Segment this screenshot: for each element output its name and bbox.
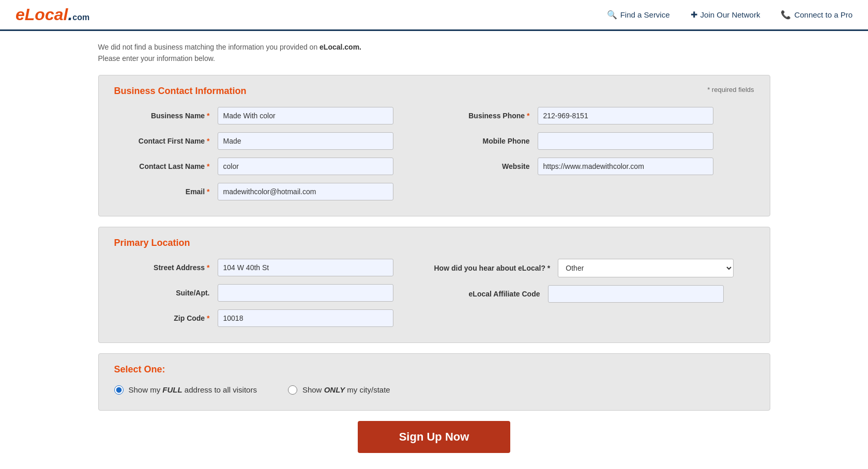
suite-row: Suite/Apt. (114, 284, 434, 302)
location-form-right: How did you hear about eLocal? * Other S… (434, 259, 754, 327)
contact-last-label: Contact Last Name * (114, 162, 218, 170)
nav-find-service-label: Find a Service (620, 10, 670, 19)
street-address-input[interactable] (218, 259, 393, 276)
contact-first-input[interactable] (218, 132, 393, 150)
phone-icon: 📞 (781, 10, 791, 20)
radio-city-state[interactable]: Show ONLY my city/state (288, 385, 390, 395)
business-name-input[interactable] (218, 107, 393, 124)
required-note: * required fields (707, 86, 754, 93)
business-section-title: Business Contact Information (114, 86, 247, 97)
search-icon: 🔍 (607, 10, 617, 20)
business-phone-row: Business Phone * (434, 107, 754, 124)
contact-last-row: Contact Last Name * (114, 158, 434, 175)
site-header: eLocal . com 🔍 Find a Service ✚ Join Our… (0, 0, 868, 31)
zip-code-row: Zip Code * (114, 309, 434, 327)
nav-join-network-label: Join Our Network (701, 10, 760, 19)
select-one-title: Select One: (114, 364, 754, 375)
business-phone-input[interactable] (538, 107, 713, 124)
notice-text: We did not find a business matching the … (98, 41, 770, 65)
contact-first-row: Contact First Name * (114, 132, 434, 150)
suite-label: Suite/Apt. (114, 289, 218, 297)
main-content: We did not find a business matching the … (72, 31, 796, 469)
email-label: Email * (114, 187, 218, 196)
contact-last-input[interactable] (218, 158, 393, 175)
logo-com: com (72, 13, 89, 22)
business-form-right: Business Phone * Mobile Phone Website (434, 107, 754, 200)
logo-elocal: eLocal (16, 5, 68, 24)
business-phone-label: Business Phone * (434, 112, 538, 120)
location-form-grid: Street Address * Suite/Apt. Zip Code * (114, 259, 754, 327)
business-section: Business Contact Information * required … (98, 75, 770, 216)
hear-about-select[interactable]: Other Search Engine Friend/Colleague Soc… (558, 259, 734, 277)
nav-connect-pro[interactable]: 📞 Connect to a Pro (781, 10, 852, 20)
zip-code-input[interactable] (218, 309, 393, 327)
email-input[interactable] (218, 183, 393, 200)
hear-about-label: How did you hear about eLocal? * (434, 264, 558, 272)
website-input[interactable] (538, 158, 713, 175)
mobile-phone-row: Mobile Phone (434, 132, 754, 150)
location-form-left: Street Address * Suite/Apt. Zip Code * (114, 259, 434, 327)
business-section-header: Business Contact Information * required … (114, 86, 754, 107)
nav-connect-pro-label: Connect to a Pro (794, 10, 852, 19)
mobile-phone-input[interactable] (538, 132, 713, 150)
radio-group: Show my FULL address to all visitors Sho… (114, 385, 754, 395)
email-row: Email * (114, 183, 434, 200)
radio-full-address[interactable]: Show my FULL address to all visitors (114, 385, 257, 395)
street-address-label: Street Address * (114, 263, 218, 272)
mobile-phone-label: Mobile Phone (434, 137, 538, 145)
business-name-row: Business Name * (114, 107, 434, 124)
plus-icon: ✚ (691, 10, 697, 20)
location-section: Primary Location Street Address * Suite/… (98, 227, 770, 343)
street-address-row: Street Address * (114, 259, 434, 276)
contact-first-label: Contact First Name * (114, 137, 218, 145)
notice-brand: eLocal.com. (319, 43, 361, 51)
radio-full-address-label: Show my FULL address to all visitors (129, 385, 257, 394)
affiliate-code-input[interactable] (548, 285, 724, 303)
radio-city-state-input[interactable] (288, 385, 297, 395)
business-name-label: Business Name * (114, 112, 218, 120)
affiliate-code-label: eLocal Affiliate Code (434, 290, 548, 298)
nav-find-service[interactable]: 🔍 Find a Service (607, 10, 670, 20)
notice-line2: Please enter your information below. (98, 53, 770, 64)
affiliate-code-row: eLocal Affiliate Code (434, 285, 754, 303)
main-nav: 🔍 Find a Service ✚ Join Our Network 📞 Co… (607, 10, 852, 20)
hear-about-row: How did you hear about eLocal? * Other S… (434, 259, 754, 277)
signup-button[interactable]: Sign Up Now (358, 421, 511, 453)
website-row: Website (434, 158, 754, 175)
nav-join-network[interactable]: ✚ Join Our Network (691, 10, 760, 20)
notice-line1: We did not find a business matching the … (98, 43, 320, 51)
select-one-section: Select One: Show my FULL address to all … (98, 353, 770, 411)
zip-code-label: Zip Code * (114, 314, 218, 322)
business-form-left: Business Name * Contact First Name * Con… (114, 107, 434, 200)
business-form-grid: Business Name * Contact First Name * Con… (114, 107, 754, 200)
website-label: Website (434, 162, 538, 170)
radio-full-address-input[interactable] (114, 385, 124, 395)
logo: eLocal . com (16, 5, 89, 24)
suite-input[interactable] (218, 284, 393, 302)
logo-dot: . (68, 5, 72, 24)
signup-container: Sign Up Now (98, 421, 770, 453)
radio-city-state-label: Show ONLY my city/state (302, 385, 390, 394)
location-section-title: Primary Location (114, 238, 754, 248)
